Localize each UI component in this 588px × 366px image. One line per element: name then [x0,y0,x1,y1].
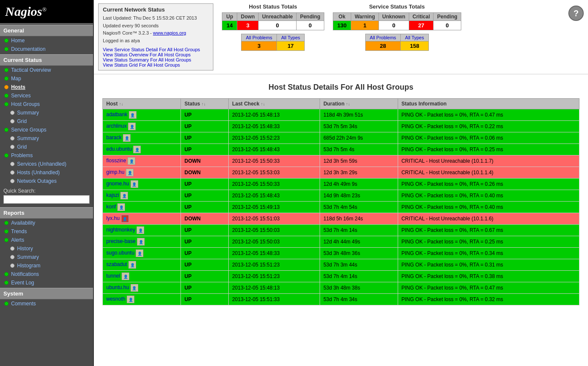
host-link[interactable]: precise-base [106,239,136,245]
th-last-check[interactable]: Last Check ↑↓ [228,99,320,109]
search-label: Quick Search: [3,188,90,194]
section-system: System [0,288,93,299]
network-links: View Service Status Detail For All Host … [103,47,209,67]
cell-host: flosszine 👤 [103,155,181,167]
sidebar-item-service-groups[interactable]: Service Groups [0,126,93,134]
cell-last-check: 2013-12-05 15:49:13 [228,202,320,213]
link-service-status-detail[interactable]: View Service Status Detail For All Host … [103,47,209,52]
host-icon: 👤 [136,249,143,257]
section-current-status: Current Status [0,54,93,66]
sidebar-item-hostgroups-grid[interactable]: Grid [0,117,93,126]
sidebar-item-services[interactable]: Services [0,91,93,100]
sidebar-item-trends[interactable]: Trends [0,227,93,236]
host-link[interactable]: gimp.hu [106,170,125,176]
sidebar-item-documentation[interactable]: Documentation [0,45,93,53]
sidebar-item-servicegroups-summary[interactable]: Summary [0,134,93,143]
host-link[interactable]: gnome.hu [106,181,129,187]
trends-dot [4,229,9,234]
comments-dot [4,302,9,306]
sidebar-item-network-outages[interactable]: Network Outages [0,177,93,185]
svc-val-warning[interactable]: 1 [351,21,379,30]
val-unreachable[interactable]: 0 [259,21,297,30]
host-link[interactable]: ubuntu.hu [106,285,129,291]
host-link[interactable]: adatbank [106,112,127,118]
svc-col-all-problems[interactable]: All Problems [365,34,401,41]
host-link[interactable]: wesnoth [106,296,125,302]
sidebar-item-event-log[interactable]: Event Log [0,278,93,287]
host-link[interactable]: lyx.hu [106,216,119,222]
th-duration[interactable]: Duration ↑↓ [320,99,398,109]
sidebar-item-hostgroups-summary[interactable]: Summary [0,108,93,117]
svc-val-pending[interactable]: 0 [434,21,461,30]
th-host[interactable]: Host ↑↓ [103,99,181,109]
search-input[interactable] [3,195,90,204]
sidebar-item-tactical-overview[interactable]: Tactical Overview [0,66,93,74]
cell-host: lyx.hu 👤 [103,213,181,225]
link-status-overview[interactable]: View Status Overview For All Host Groups [103,52,209,57]
sidebar-item-host-groups[interactable]: Host Groups [0,100,93,108]
host-icon: 👤 [123,134,131,142]
host-sort-arrows[interactable]: ↑↓ [119,102,123,106]
sidebar-item-notifications[interactable]: Notifications [0,270,93,278]
sidebar-item-availability[interactable]: Availability [0,219,93,227]
link-status-summary[interactable]: View Status Summary For All Host Groups [103,57,209,62]
duration-sort-arrows[interactable]: ↑↓ [346,102,350,106]
tactical-dot [4,68,9,72]
home-status-dot [4,38,9,43]
sidebar: Nagios® General Home Documentation Curre… [0,0,94,366]
host-icon: 👤 [137,226,144,234]
sidebar-item-alerts-summary[interactable]: Summary [0,253,93,261]
sidebar-label-problems: Problems [11,152,33,158]
svc-col-all-types[interactable]: All Types [401,34,428,41]
status-sort-arrows[interactable]: ↑↓ [201,102,206,106]
col-all-types[interactable]: All Types [277,34,304,41]
sidebar-item-home[interactable]: Home [0,36,93,45]
host-link[interactable]: kajszi [106,193,119,199]
sidebar-item-hosts[interactable]: Hosts [0,83,93,91]
host-link[interactable]: konf [106,204,116,210]
lastcheck-sort-arrows[interactable]: ↑↓ [261,102,265,106]
svc-val-critical[interactable]: 27 [409,21,434,30]
nagios-link[interactable]: www.nagios.org [153,30,186,35]
sidebar-item-alerts-history[interactable]: History [0,244,93,253]
sidebar-item-alerts[interactable]: Alerts [0,236,93,244]
sidebar-item-problems[interactable]: Problems [0,151,93,160]
sidebar-item-hosts-unhandled[interactable]: Hosts (Unhandled) [0,168,93,177]
val-up[interactable]: 14 [222,21,237,30]
host-link[interactable]: flosszine [106,158,126,164]
eventlog-dot [4,281,9,285]
host-link[interactable]: nightmonkey [106,227,135,233]
val-down[interactable]: 3 [237,21,259,30]
link-status-grid[interactable]: View Status Grid For All Host Groups [103,62,209,67]
host-link[interactable]: barack [106,135,122,141]
logo[interactable]: Nagios® [5,4,88,19]
sidebar-item-map[interactable]: Map [0,74,93,83]
col-down: Down [237,13,259,21]
cell-host: tunnel 👤 [103,271,181,282]
svc-val-unknown[interactable]: 0 [378,21,409,30]
host-icon: 👤 [120,192,128,199]
val-all-types[interactable]: 17 [277,41,304,51]
host-status-totals: Host Status Totals Up Down Unreachable P… [222,3,324,70]
cell-last-check: 2013-12-05 15:51:23 [228,259,320,271]
sidebar-item-servicegroups-grid[interactable]: Grid [0,143,93,151]
sidebar-item-services-unhandled[interactable]: Services (Unhandled) [0,160,93,168]
host-link[interactable]: sugo.ubuntu [106,250,134,256]
host-link[interactable]: edu.ubuntu [106,146,132,152]
col-all-problems[interactable]: All Problems [242,34,277,41]
sidebar-item-comments[interactable]: Comments [0,299,93,308]
help-button[interactable]: ? [568,6,584,21]
sidebar-label-hostgroups: Host Groups [11,101,40,107]
val-pending[interactable]: 0 [297,21,324,30]
cell-status-info: PING OK - Packet loss = 0%, RTA = 0.06 m… [398,132,579,144]
svc-val-all-types[interactable]: 158 [401,41,428,51]
svc-val-all-problems[interactable]: 28 [365,41,401,51]
host-link[interactable]: szabadut [106,262,127,268]
host-link[interactable]: archlinux [106,123,127,129]
host-link[interactable]: tunnel [106,273,120,279]
th-status[interactable]: Status ↑↓ [181,99,229,109]
sidebar-item-alerts-histogram[interactable]: Histogram [0,261,93,270]
svc-val-ok[interactable]: 130 [333,21,351,30]
cell-host: szabadut 👤 [103,259,181,271]
val-all-problems[interactable]: 3 [242,41,277,51]
